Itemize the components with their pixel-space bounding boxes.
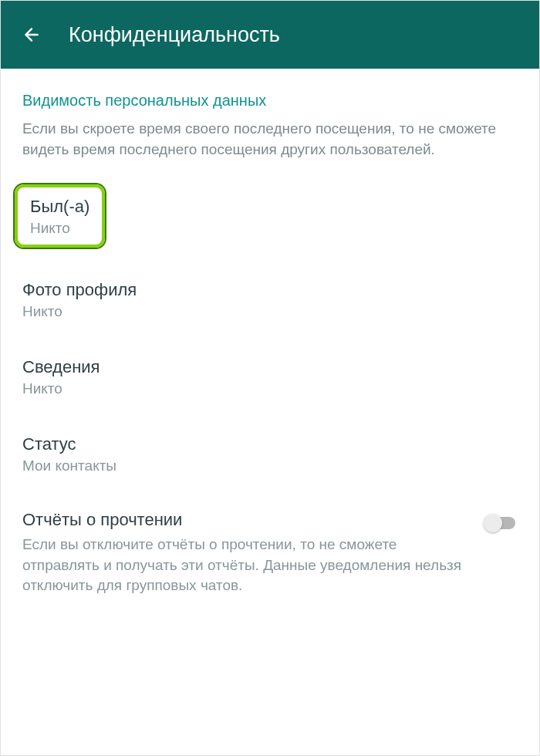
app-bar: Конфиденциальность (1, 1, 539, 69)
setting-value-status: Мои контакты (22, 457, 518, 474)
setting-label-last-seen: Был(-а) (30, 197, 89, 217)
setting-about[interactable]: Сведения Никто (19, 339, 521, 416)
read-receipts-toggle[interactable] (484, 513, 518, 533)
switch-thumb (484, 514, 502, 532)
content-area: Видимость персональных данных Если вы ск… (1, 69, 539, 596)
setting-status[interactable]: Статус Мои контакты (19, 416, 521, 493)
read-receipts-description: Если вы отключите отчёты о прочтении, то… (22, 535, 470, 596)
page-title: Конфиденциальность (69, 23, 280, 47)
setting-value-profile-photo: Никто (22, 303, 518, 320)
read-receipts-text: Отчёты о прочтении Если вы отключите отч… (22, 510, 470, 596)
setting-profile-photo[interactable]: Фото профиля Никто (19, 262, 521, 339)
setting-last-seen[interactable]: Был(-а) Никто (15, 184, 105, 248)
back-arrow-icon[interactable] (21, 24, 42, 46)
setting-read-receipts[interactable]: Отчёты о прочтении Если вы отключите отч… (19, 493, 521, 596)
section-header: Видимость персональных данных (19, 92, 521, 110)
read-receipts-title: Отчёты о прочтении (22, 510, 470, 530)
setting-last-seen-wrapper: Был(-а) Никто (19, 184, 521, 248)
section-description: Если вы скроете время своего последнего … (19, 119, 521, 160)
setting-label-profile-photo: Фото профиля (22, 280, 518, 300)
setting-label-about: Сведения (22, 357, 518, 377)
setting-value-last-seen: Никто (30, 220, 89, 237)
setting-value-about: Никто (22, 380, 518, 397)
setting-label-status: Статус (22, 434, 518, 454)
